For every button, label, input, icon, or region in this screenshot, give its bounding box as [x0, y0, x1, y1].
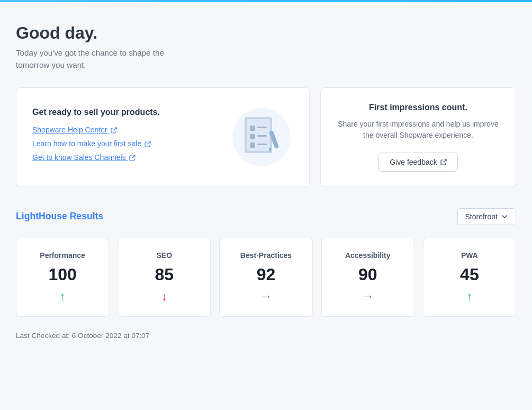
- metric-arrow-seo: ↓: [161, 290, 167, 304]
- lighthouse-title: LightHouse Results: [16, 211, 103, 222]
- sell-products-content: Get ready to sell your products. Shopwar…: [32, 108, 160, 167]
- external-link-icon: [440, 159, 447, 165]
- svg-rect-6: [257, 135, 267, 137]
- lighthouse-section: LightHouse Results Storefront Performanc…: [16, 208, 516, 340]
- give-feedback-button[interactable]: Give feedback: [378, 153, 458, 172]
- metric-card-best-practices: Best-Practices 92 →: [219, 238, 312, 317]
- svg-rect-4: [257, 127, 267, 128]
- first-impressions-description: Share your first impressions and help us…: [337, 119, 500, 141]
- metric-label-best-practices: Best-Practices: [240, 251, 292, 260]
- metrics-row: Performance 100 ↑ SEO 85 ↓ Best-Practice…: [16, 238, 516, 317]
- greeting-title: Good day.: [16, 23, 516, 43]
- svg-rect-7: [250, 142, 255, 148]
- svg-rect-3: [250, 126, 255, 131]
- svg-rect-5: [250, 134, 255, 139]
- first-sale-link[interactable]: Learn how to make your first sale: [32, 139, 160, 148]
- greeting-subtitle: Today you've got the chance to shape the…: [16, 47, 516, 72]
- metric-value-seo: 85: [155, 265, 174, 284]
- metric-arrow-performance: ↑: [60, 290, 66, 304]
- external-link-icon: [111, 127, 117, 133]
- sell-products-heading: Get ready to sell your products.: [32, 108, 160, 117]
- svg-rect-8: [257, 144, 267, 145]
- metric-card-seo: SEO 85 ↓: [118, 238, 211, 317]
- metric-card-accessibility: Accessibility 90 →: [321, 238, 414, 317]
- metric-card-pwa: PWA 45 ↑: [423, 238, 516, 317]
- cards-row: Get ready to sell your products. Shopwar…: [16, 87, 516, 187]
- sell-products-illustration: [230, 105, 293, 169]
- metric-value-pwa: 45: [460, 265, 479, 284]
- metric-label-performance: Performance: [40, 251, 85, 260]
- metric-label-seo: SEO: [157, 251, 173, 260]
- metric-value-best-practices: 92: [257, 265, 276, 284]
- metric-label-pwa: PWA: [461, 251, 478, 260]
- sales-channels-link[interactable]: Get to know Sales Channels: [32, 153, 160, 162]
- lighthouse-header: LightHouse Results Storefront: [16, 208, 516, 225]
- metric-arrow-accessibility: →: [362, 290, 374, 304]
- metric-value-performance: 100: [48, 265, 76, 284]
- metric-card-performance: Performance 100 ↑: [16, 238, 109, 317]
- external-link-icon: [145, 141, 151, 147]
- metric-arrow-best-practices: →: [260, 290, 272, 304]
- storefront-dropdown[interactable]: Storefront: [457, 208, 516, 225]
- main-content: Good day. Today you've got the chance to…: [0, 2, 532, 366]
- metric-arrow-pwa: ↑: [466, 290, 472, 304]
- first-impressions-heading: First impressions count.: [369, 103, 467, 112]
- help-center-link[interactable]: Shopware Help Center: [32, 126, 160, 134]
- sell-products-card: Get ready to sell your products. Shopwar…: [16, 87, 310, 187]
- chevron-down-icon: [501, 213, 508, 220]
- metric-label-accessibility: Accessibility: [345, 251, 391, 260]
- last-checked-text: Last Checked at: 6 October 2022 at 07:07: [16, 332, 516, 340]
- metric-value-accessibility: 90: [358, 265, 377, 284]
- external-link-icon: [129, 155, 136, 161]
- first-impressions-card: First impressions count. Share your firs…: [320, 87, 516, 187]
